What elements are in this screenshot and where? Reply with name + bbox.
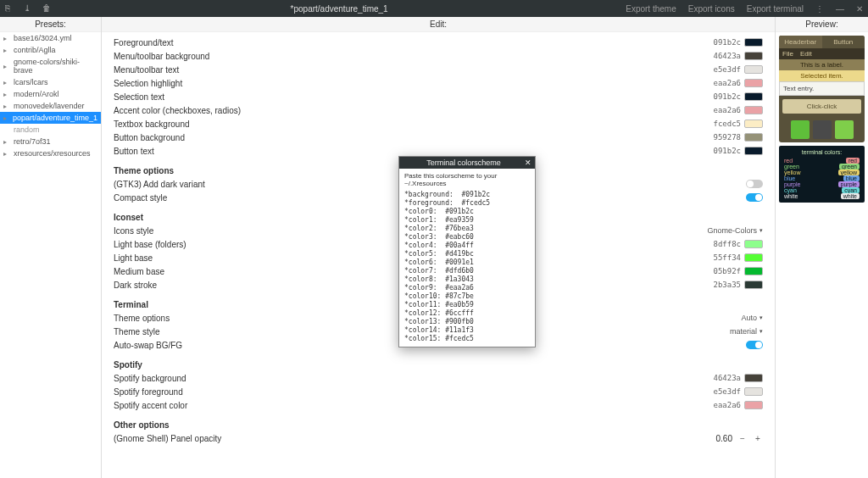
modal-title: Terminal colorscheme: [403, 158, 525, 167]
chevron-right-icon: ▸: [3, 35, 10, 42]
color-swatch[interactable]: [744, 92, 763, 101]
option-label: Spotify foreground: [114, 387, 707, 397]
color-swatch[interactable]: [744, 374, 763, 382]
option-label: Button text: [114, 147, 707, 156]
option-row: Selection text091b2c: [114, 90, 763, 103]
preset-item[interactable]: ▸xresources/xresources: [0, 147, 101, 159]
hex-value: 091b2c: [707, 147, 744, 155]
preset-item[interactable]: ▸modern/Arokl: [0, 88, 101, 100]
color-swatch[interactable]: [744, 52, 763, 60]
preset-item[interactable]: random: [0, 124, 101, 136]
download-icon[interactable]: ⤓: [24, 3, 34, 14]
titlebar: ⎘ ⤓ 🗑 *popart/adventure_time_1 Export th…: [0, 0, 868, 17]
export-terminal-button[interactable]: Export terminal: [747, 4, 804, 14]
option-label: Menu/toolbar text: [114, 65, 707, 75]
option-row: Selection highlighteaa2a6: [114, 76, 763, 90]
terminal-color-badge: purple: [838, 181, 860, 187]
color-swatch[interactable]: [744, 387, 763, 396]
dropdown[interactable]: material▾: [730, 327, 763, 336]
preview-folder-icon: [791, 120, 810, 139]
color-swatch[interactable]: [744, 79, 763, 87]
hex-value: 46423a: [707, 52, 744, 60]
terminal-color-row: whitewhite: [782, 193, 861, 199]
option-label: Accent color (checkboxes, radios): [114, 106, 707, 115]
stepper-minus[interactable]: −: [737, 434, 748, 443]
preset-label: popart/adventure_time_1: [13, 114, 97, 122]
export-icons-button[interactable]: Export icons: [688, 4, 735, 14]
preview-tab-headerbar[interactable]: Headerbar: [779, 36, 822, 48]
preset-item[interactable]: ▸monovedek/lavender: [0, 100, 101, 112]
color-swatch[interactable]: [744, 38, 763, 47]
document-icon[interactable]: ⎘: [5, 3, 15, 14]
close-icon[interactable]: ✕: [856, 4, 863, 14]
preset-label: contrib/Aglla: [14, 46, 56, 54]
presets-header: Presets:: [0, 17, 101, 32]
menu-icon[interactable]: ⋮: [815, 4, 824, 14]
preset-item[interactable]: ▸gnome-colors/shiki-brave: [0, 56, 101, 76]
preview-text-entry[interactable]: Text entry.: [779, 81, 865, 96]
chevron-right-icon: ▸: [3, 63, 10, 70]
terminal-color-badge: yellow: [838, 170, 860, 175]
dropdown[interactable]: Gnome-Colors▾: [707, 226, 763, 235]
terminal-colorscheme-modal: Terminal colorscheme ✕ Paste this colors…: [398, 156, 536, 347]
hex-value: eaa2a6: [707, 106, 744, 114]
color-swatch[interactable]: [744, 253, 763, 262]
toggle-switch[interactable]: [746, 180, 763, 188]
terminal-color-name: blue: [784, 175, 795, 181]
preview-label: This is a label.: [779, 59, 865, 70]
option-row: Spotify foregrounde5e3df: [114, 385, 763, 398]
color-swatch[interactable]: [744, 119, 763, 128]
preset-item[interactable]: ▸base16/3024.yml: [0, 32, 101, 44]
color-swatch[interactable]: [744, 240, 763, 248]
option-label: Spotify accent color: [114, 401, 707, 410]
toggle-switch[interactable]: [746, 341, 763, 349]
titlebar-left-icons: ⎘ ⤓ 🗑: [5, 3, 53, 14]
preset-item[interactable]: ▸popart/adventure_time_1: [0, 112, 101, 124]
color-swatch[interactable]: [744, 147, 763, 155]
preset-item[interactable]: ▸lcars/lcars: [0, 76, 101, 88]
color-swatch[interactable]: [744, 106, 763, 114]
trash-icon[interactable]: 🗑: [42, 3, 53, 14]
preset-label: base16/3024.yml: [14, 34, 72, 42]
option-row: Spotify accent coloreaa2a6: [114, 398, 763, 412]
modal-description: Paste this colorscheme to your ~/.Xresou…: [404, 172, 530, 187]
stepper-plus[interactable]: +: [753, 434, 763, 443]
preview-header: Preview:: [776, 17, 868, 32]
toggle-switch[interactable]: [746, 193, 763, 202]
hex-value: eaa2a6: [707, 79, 744, 87]
color-swatch[interactable]: [744, 65, 763, 74]
preview-tab-button[interactable]: Button: [822, 36, 865, 48]
export-theme-button[interactable]: Export theme: [626, 4, 676, 14]
option-label: (Gnome Shell) Panel opacity: [114, 434, 716, 443]
terminal-color-row: cyancyan: [782, 187, 861, 193]
hex-value: 46423a: [707, 374, 744, 382]
terminal-color-name: white: [784, 193, 798, 199]
preview-menu-file[interactable]: File: [782, 50, 793, 58]
preview-button[interactable]: Click-click: [782, 99, 861, 114]
color-swatch[interactable]: [744, 267, 763, 275]
terminal-color-name: red: [784, 158, 793, 164]
color-swatch[interactable]: [744, 281, 763, 289]
hex-value: 091b2c: [707, 92, 744, 101]
option-row: Textbox backgroundfcedc5: [114, 117, 763, 131]
edit-header: Edit:: [102, 17, 775, 32]
hex-value: e5e3df: [707, 387, 744, 396]
preset-label: retro/7of31: [14, 137, 51, 146]
preset-label: modern/Arokl: [14, 90, 59, 98]
preview-menu-edit[interactable]: Edit: [800, 50, 812, 58]
preview-terminal-title: terminal colors:: [782, 149, 861, 155]
dropdown[interactable]: Auto▾: [741, 314, 763, 322]
color-swatch[interactable]: [744, 133, 763, 142]
terminal-color-row: greengreen: [782, 164, 861, 170]
option-row: Menu/toolbar texte5e3df: [114, 63, 763, 76]
color-swatch[interactable]: [744, 401, 763, 409]
terminal-color-row: purplepurple: [782, 181, 861, 187]
modal-colorscheme-text[interactable]: *background: #091b2c *foreground: #fcedc…: [404, 191, 530, 343]
option-label: Selection text: [114, 92, 707, 102]
hex-value: 959278: [707, 133, 744, 142]
chevron-right-icon: ▸: [3, 150, 10, 158]
preset-item[interactable]: ▸retro/7of31: [0, 136, 101, 147]
minimize-icon[interactable]: —: [836, 4, 844, 14]
preset-item[interactable]: ▸contrib/Aglla: [0, 44, 101, 56]
modal-close-icon[interactable]: ✕: [525, 158, 531, 167]
